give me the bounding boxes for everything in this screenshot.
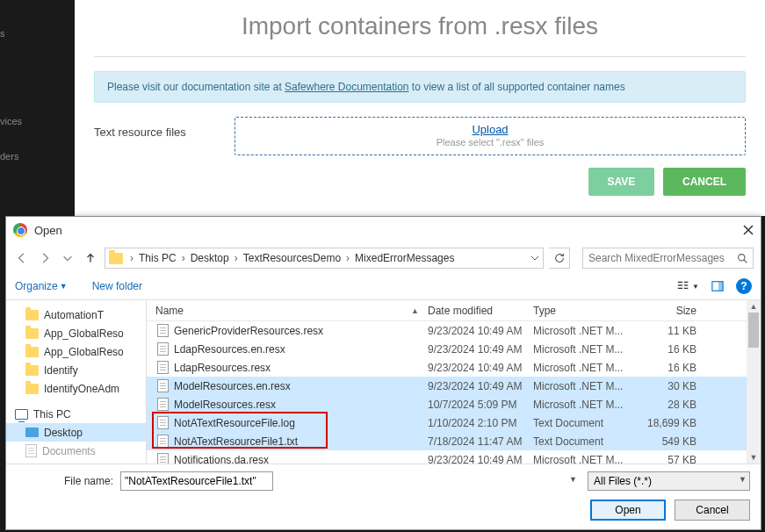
col-name[interactable]: Name▲ bbox=[147, 305, 428, 317]
file-name: ModelResources.resx bbox=[174, 399, 276, 411]
file-icon bbox=[157, 416, 169, 429]
address-bar[interactable]: › This PC › Desktop › TextResourcesDemo … bbox=[105, 248, 544, 269]
file-row[interactable]: GenericProviderResources.resx9/23/2024 1… bbox=[147, 321, 761, 340]
new-folder-button[interactable]: New folder bbox=[92, 280, 142, 292]
bg-item: s bbox=[0, 16, 75, 51]
file-type: Text Document bbox=[533, 417, 635, 429]
file-row[interactable]: LdapResources.en.resx9/23/2024 10:49 AMM… bbox=[147, 340, 761, 358]
dialog-cancel-button[interactable]: Cancel bbox=[675, 500, 750, 521]
chevron-down-icon[interactable]: ▼ bbox=[739, 475, 747, 484]
save-button[interactable]: SAVE bbox=[588, 168, 655, 196]
col-date[interactable]: Date modified bbox=[428, 305, 533, 317]
cancel-button[interactable]: CANCEL bbox=[663, 168, 746, 196]
modal-title: Import containers from .resx files bbox=[75, 0, 765, 56]
forward-button[interactable] bbox=[36, 249, 54, 267]
svg-point-0 bbox=[738, 254, 744, 260]
divider bbox=[94, 56, 746, 57]
tree-desktop[interactable]: Desktop bbox=[6, 423, 146, 442]
file-name: NotATextResourceFile.log bbox=[174, 417, 295, 429]
file-name-input[interactable] bbox=[120, 471, 273, 491]
file-date: 7/18/2024 11:47 AM bbox=[428, 435, 533, 448]
documentation-link[interactable]: Safewhere Documentation bbox=[285, 81, 408, 93]
search-icon[interactable] bbox=[732, 253, 753, 264]
chevron-right-icon[interactable]: › bbox=[180, 252, 187, 264]
file-date: 9/23/2024 10:49 AM bbox=[428, 454, 533, 464]
upload-label: Text resource files bbox=[94, 117, 235, 155]
desktop-icon bbox=[25, 428, 39, 437]
background-sidebar: s vices ders bbox=[0, 0, 75, 216]
file-icon bbox=[157, 342, 169, 356]
scroll-down-icon[interactable]: ▼ bbox=[747, 451, 761, 464]
file-date: 9/23/2024 10:49 AM bbox=[428, 380, 533, 392]
breadcrumb[interactable]: MixedErrorMessages bbox=[353, 252, 456, 264]
chevron-right-icon[interactable]: › bbox=[344, 252, 351, 264]
file-row[interactable]: ModelResources.resx10/7/2024 5:09 PMMicr… bbox=[147, 395, 761, 413]
tree-documents[interactable]: Documents bbox=[6, 442, 146, 460]
file-list: Name▲ Date modified Type Size GenericPro… bbox=[147, 300, 761, 464]
file-name: ModelResources.en.resx bbox=[174, 380, 291, 392]
scroll-up-icon[interactable]: ▲ bbox=[747, 300, 761, 313]
scrollbar[interactable]: ▲ ▼ bbox=[747, 300, 761, 464]
tree-this-pc[interactable]: This PC bbox=[6, 405, 146, 423]
tree-item[interactable]: Identify bbox=[6, 361, 146, 379]
file-row[interactable]: NotATextResourceFile.log1/10/2024 2:10 P… bbox=[147, 413, 761, 432]
tree-item[interactable]: App_GlobalReso bbox=[6, 342, 146, 361]
info-text-pre: Please visit our documentation site at bbox=[107, 81, 285, 93]
recent-dropdown[interactable] bbox=[59, 249, 76, 267]
file-type: Microsoft .NET M... bbox=[533, 343, 635, 356]
chevron-right-icon[interactable]: › bbox=[128, 252, 135, 264]
column-headers[interactable]: Name▲ Date modified Type Size bbox=[147, 300, 761, 321]
file-row[interactable]: ModelResources.en.resx9/23/2024 10:49 AM… bbox=[147, 377, 761, 395]
svg-rect-3 bbox=[678, 288, 682, 289]
tree-item[interactable]: App_GlobalReso bbox=[6, 324, 146, 342]
help-button[interactable]: ? bbox=[736, 278, 752, 294]
file-icon bbox=[157, 379, 169, 392]
chevron-down-icon[interactable]: ▼ bbox=[569, 475, 577, 484]
file-size: 16 KB bbox=[635, 343, 705, 356]
file-type-filter[interactable] bbox=[588, 471, 750, 491]
file-row[interactable]: NotATextResourceFile1.txt7/18/2024 11:47… bbox=[147, 432, 761, 450]
svg-rect-5 bbox=[684, 284, 688, 285]
back-button[interactable] bbox=[13, 249, 31, 267]
file-name: NotATextResourceFile1.txt bbox=[174, 435, 298, 448]
bg-item: ders bbox=[0, 139, 75, 174]
upload-link[interactable]: Upload bbox=[235, 123, 745, 136]
tree-item[interactable]: AutomationT bbox=[6, 306, 146, 324]
address-dropdown[interactable] bbox=[530, 254, 539, 262]
chevron-right-icon[interactable]: › bbox=[233, 252, 240, 264]
file-icon bbox=[157, 361, 169, 374]
col-type[interactable]: Type bbox=[533, 305, 635, 317]
breadcrumb[interactable]: This PC bbox=[137, 252, 178, 264]
file-size: 549 KB bbox=[635, 435, 705, 448]
scroll-thumb[interactable] bbox=[748, 313, 759, 348]
upload-hint: Please select ".resx" files bbox=[235, 137, 745, 147]
tree-item[interactable]: IdentifyOneAdm bbox=[6, 379, 146, 398]
file-date: 10/7/2024 5:09 PM bbox=[428, 399, 533, 411]
info-banner: Please visit our documentation site at S… bbox=[94, 71, 746, 103]
file-type: Microsoft .NET M... bbox=[533, 362, 635, 374]
file-row[interactable]: Notifications.da.resx9/23/2024 10:49 AMM… bbox=[147, 450, 761, 464]
breadcrumb[interactable]: Desktop bbox=[189, 252, 231, 264]
col-size[interactable]: Size bbox=[635, 305, 705, 317]
document-icon bbox=[25, 444, 37, 457]
preview-pane-toggle[interactable] bbox=[711, 280, 724, 292]
folder-tree[interactable]: AutomationT App_GlobalReso App_GlobalRes… bbox=[6, 300, 147, 464]
file-row[interactable]: LdapResources.resx9/23/2024 10:49 AMMicr… bbox=[147, 358, 761, 377]
close-button[interactable] bbox=[743, 225, 754, 235]
breadcrumb[interactable]: TextResourcesDemo bbox=[242, 252, 343, 264]
refresh-button[interactable] bbox=[549, 248, 570, 269]
view-options[interactable]: ▼ bbox=[677, 280, 699, 292]
upload-dropzone[interactable]: Upload Please select ".resx" files bbox=[235, 117, 746, 155]
search-box[interactable] bbox=[582, 248, 754, 269]
dialog-title: Open bbox=[34, 224, 743, 237]
up-button[interactable] bbox=[82, 249, 99, 267]
search-input[interactable] bbox=[583, 252, 732, 264]
organize-menu[interactable]: Organize ▼ bbox=[15, 280, 68, 292]
folder-icon bbox=[25, 365, 39, 376]
file-date: 1/10/2024 2:10 PM bbox=[428, 417, 533, 429]
file-icon bbox=[157, 453, 169, 464]
open-button[interactable]: Open bbox=[590, 500, 666, 521]
chrome-icon bbox=[13, 223, 27, 237]
file-size: 11 KB bbox=[635, 325, 705, 337]
file-name: Notifications.da.resx bbox=[174, 454, 269, 464]
